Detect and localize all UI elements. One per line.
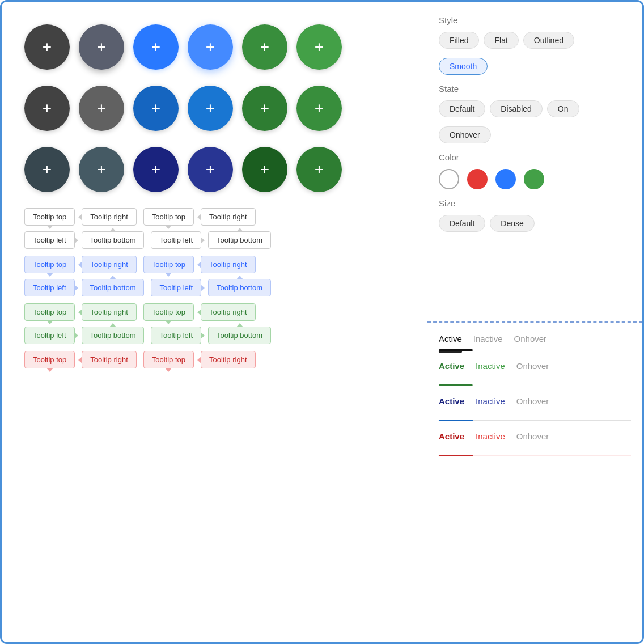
tooltip-right-r2: Tooltip right — [201, 351, 255, 368]
tooltip-row-r1: Tooltip top Tooltip right Tooltip top To… — [24, 351, 404, 368]
tab-active-black[interactable]: Active — [439, 334, 462, 347]
tooltip-left-2: Tooltip left — [151, 231, 201, 249]
color-green[interactable] — [524, 169, 544, 189]
fab-dark-4[interactable]: + — [79, 86, 124, 131]
tooltip-row-g1: Tooltip top Tooltip right Tooltip top To… — [24, 303, 404, 321]
tab-onhover-green[interactable]: Onhover — [516, 361, 549, 374]
tooltip-left-b2: Tooltip left — [151, 279, 201, 296]
tabs-green: Active Inactive Onhover — [439, 361, 631, 374]
size-chips: Default Dense — [439, 215, 631, 232]
tab-active-blue[interactable]: Active — [439, 396, 464, 409]
tooltip-section-green: Tooltip top Tooltip right Tooltip top To… — [24, 303, 404, 344]
tooltip-top-2: Tooltip top — [143, 208, 194, 226]
right-top: Style Filled Flat Outlined Smooth State … — [427, 2, 642, 323]
chip-onhover[interactable]: Onhover — [439, 126, 491, 143]
color-label: Color — [439, 152, 631, 162]
tooltip-left-g1: Tooltip left — [24, 327, 75, 344]
tooltip-left-g2: Tooltip left — [151, 327, 201, 344]
state-label: State — [439, 84, 631, 94]
tabs-red: Active Inactive Onhover — [439, 431, 631, 444]
tab-onhover-blue[interactable]: Onhover — [516, 396, 549, 409]
fab-dark-6[interactable]: + — [79, 147, 124, 192]
chip-flat[interactable]: Flat — [484, 32, 518, 49]
chip-disabled[interactable]: Disabled — [490, 100, 542, 117]
tooltip-bottom-g1: Tooltip bottom — [82, 327, 145, 344]
tooltip-top-1: Tooltip top — [24, 208, 75, 226]
tab-inactive-red[interactable]: Inactive — [476, 431, 505, 444]
tooltip-top-r1: Tooltip top — [24, 351, 75, 368]
tooltip-right-g2: Tooltip right — [201, 303, 255, 321]
left-panel: + + + + + + + + + + + + + + + + — [2, 2, 427, 642]
tab-active-green[interactable]: Active — [439, 361, 464, 374]
tab-group-red: Active Inactive Onhover — [439, 431, 631, 456]
tooltip-top-b2: Tooltip top — [143, 256, 194, 273]
tooltip-section-default: Tooltip top Tooltip right Tooltip top To… — [24, 208, 404, 249]
tabs-blue: Active Inactive Onhover — [439, 396, 631, 409]
tooltip-top-r2: Tooltip top — [143, 351, 194, 368]
tooltip-right-1: Tooltip right — [82, 208, 136, 226]
style-label: Style — [439, 15, 631, 25]
tooltip-bottom-b2: Tooltip bottom — [208, 279, 271, 296]
tooltip-section-red: Tooltip top Tooltip right Tooltip top To… — [24, 351, 404, 368]
tab-inactive-blue[interactable]: Inactive — [476, 396, 505, 409]
tooltip-right-r1: Tooltip right — [82, 351, 136, 368]
fab-blue-2[interactable]: + — [188, 24, 233, 70]
fab-dark-3[interactable]: + — [24, 86, 70, 131]
fab-dark-1[interactable]: + — [24, 24, 70, 70]
chip-size-default[interactable]: Default — [439, 215, 485, 232]
fab-dark-5[interactable]: + — [24, 147, 70, 192]
tooltip-bottom-b1: Tooltip bottom — [82, 279, 145, 296]
fab-blue-6[interactable]: + — [188, 147, 233, 192]
color-blue[interactable] — [495, 169, 516, 189]
tooltip-right-b2: Tooltip right — [201, 256, 255, 273]
fab-dark-2[interactable]: + — [79, 24, 124, 70]
chip-size-dense[interactable]: Dense — [490, 215, 534, 232]
main-container: + + + + + + + + + + + + + + + + — [2, 2, 642, 642]
fab-green-5[interactable]: + — [242, 147, 287, 192]
state-chips: Default Disabled On — [439, 100, 631, 117]
fab-green-2[interactable]: + — [296, 24, 342, 70]
tooltip-right-2: Tooltip right — [201, 208, 255, 226]
tooltip-right-g1: Tooltip right — [82, 303, 136, 321]
tab-inactive-green[interactable]: Inactive — [476, 361, 505, 374]
fab-green-1[interactable]: + — [242, 24, 287, 70]
chip-default[interactable]: Default — [439, 100, 485, 117]
tooltip-row-b2: Tooltip left Tooltip bottom Tooltip left… — [24, 279, 404, 296]
fab-green-3[interactable]: + — [242, 86, 287, 131]
fab-blue-1[interactable]: + — [133, 24, 179, 70]
tooltip-left-b1: Tooltip left — [24, 279, 75, 296]
tab-inactive-black-1[interactable]: Inactive — [473, 334, 503, 347]
tooltip-top-g1: Tooltip top — [24, 303, 75, 321]
tab-onhover-black[interactable]: Onhover — [514, 334, 547, 347]
tab-group-black: Active Inactive Onhover — [439, 334, 631, 351]
tab-group-blue: Active Inactive Onhover — [439, 396, 631, 421]
tooltip-bottom-2: Tooltip bottom — [208, 231, 271, 249]
color-white[interactable] — [439, 169, 459, 189]
tab-onhover-red[interactable]: Onhover — [516, 431, 549, 444]
chip-filled[interactable]: Filled — [439, 32, 479, 49]
right-bottom: Active Inactive Onhover Active Inactive … — [427, 323, 642, 642]
chip-outlined[interactable]: Outlined — [523, 32, 574, 49]
tooltip-row-d2: Tooltip left Tooltip bottom Tooltip left… — [24, 231, 404, 249]
style-chips: Filled Flat Outlined — [439, 32, 631, 49]
tabs-black: Active Inactive Onhover — [439, 334, 631, 347]
fab-blue-3[interactable]: + — [133, 86, 179, 131]
fab-blue-4[interactable]: + — [188, 86, 233, 131]
tooltip-row-d1: Tooltip top Tooltip right Tooltip top To… — [24, 208, 404, 226]
fab-row-3: + + + + + + — [24, 147, 404, 192]
fab-row-2: + + + + + + — [24, 86, 404, 131]
fab-green-6[interactable]: + — [296, 147, 342, 192]
fab-row-1: + + + + + + — [24, 24, 404, 70]
tab-active-red[interactable]: Active — [439, 431, 464, 444]
tooltip-left-1: Tooltip left — [24, 231, 75, 249]
chip-on[interactable]: On — [547, 100, 579, 117]
chip-smooth[interactable]: Smooth — [439, 58, 488, 75]
fab-blue-5[interactable]: + — [133, 147, 179, 192]
fab-green-4[interactable]: + — [296, 86, 342, 131]
state-chips-2: Onhover — [439, 126, 631, 143]
style-chips-2: Smooth — [439, 58, 631, 75]
tooltip-section-blue: Tooltip top Tooltip right Tooltip top To… — [24, 256, 404, 296]
left-content: + + + + + + + + + + + + + + + + — [13, 13, 416, 631]
color-red[interactable] — [467, 169, 488, 189]
tooltip-bottom-1: Tooltip bottom — [82, 231, 145, 249]
